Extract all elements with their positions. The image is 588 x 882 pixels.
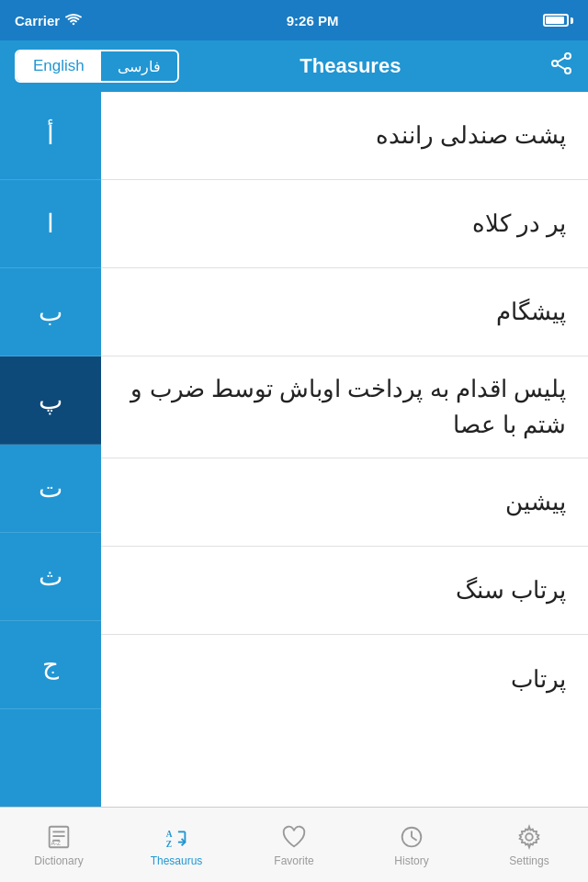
share-button[interactable]	[549, 51, 573, 81]
tab-settings-label: Settings	[509, 854, 548, 867]
main-content: أابپتثج پشت صندلی رانندهپر در کلاهپیشگام…	[0, 92, 588, 807]
tab-dictionary-label: Dictionary	[34, 854, 83, 867]
sidebar-letter-3[interactable]: پ	[0, 356, 101, 445]
history-icon	[398, 823, 425, 851]
settings-icon	[515, 823, 543, 851]
sidebar-letter-2[interactable]: ب	[0, 268, 101, 356]
word-item-5[interactable]: پرتاب سنگ	[101, 547, 588, 635]
tab-bar: A-Z Dictionary A Z Thesaurus Favorite Hi…	[0, 807, 588, 882]
word-text-5: پرتاب سنگ	[456, 572, 566, 608]
tab-settings[interactable]: Settings	[470, 808, 588, 882]
app-title: Theasures	[163, 54, 538, 78]
favorite-icon	[280, 823, 308, 851]
word-item-2[interactable]: پیشگام	[101, 268, 588, 356]
word-item-1[interactable]: پر در کلاه	[101, 180, 588, 268]
time-label: 9:26 PM	[287, 13, 339, 28]
svg-point-1	[565, 68, 571, 74]
tab-dictionary[interactable]: A-Z Dictionary	[0, 808, 118, 882]
sidebar-letter-4[interactable]: ت	[0, 445, 101, 533]
svg-line-4	[558, 65, 565, 70]
tab-favorite-label: Favorite	[274, 854, 313, 867]
word-item-3[interactable]: پلیس اقدام به پرداخت اوباش توسط ضرب و شت…	[101, 356, 588, 458]
carrier-wifi: Carrier	[15, 13, 82, 28]
tab-thesaurus[interactable]: A Z Thesaurus	[118, 808, 235, 882]
word-list: پشت صندلی رانندهپر در کلاهپیشگامپلیس اقد…	[101, 92, 588, 807]
language-toggle[interactable]: English فارسی	[15, 50, 179, 83]
english-lang-button[interactable]: English	[17, 51, 101, 81]
word-item-6[interactable]: پرتاب	[101, 635, 588, 723]
svg-point-2	[552, 61, 558, 66]
sidebar-letter-1[interactable]: ا	[0, 180, 101, 268]
svg-text:A: A	[166, 830, 173, 839]
svg-text:Z: Z	[166, 840, 172, 849]
sidebar-letter-6[interactable]: ج	[0, 621, 101, 709]
word-text-0: پشت صندلی راننده	[376, 118, 566, 153]
carrier-label: Carrier	[15, 13, 60, 28]
word-text-3: پلیس اقدام به پرداخت اوباش توسط ضرب و شت…	[123, 371, 566, 443]
header: English فارسی Theasures	[0, 40, 588, 92]
thesaurus-icon: A Z	[163, 823, 190, 851]
word-item-4[interactable]: پیشین	[101, 458, 588, 547]
battery-icon	[543, 14, 573, 27]
svg-point-0	[565, 53, 571, 59]
word-text-2: پیشگام	[496, 294, 566, 330]
dictionary-icon: A-Z	[45, 823, 73, 851]
sidebar-letter-5[interactable]: ث	[0, 533, 101, 621]
svg-line-3	[558, 58, 565, 62]
svg-point-18	[526, 833, 533, 841]
word-text-4: پیشین	[505, 484, 566, 520]
wifi-icon	[65, 14, 82, 27]
word-item-0[interactable]: پشت صندلی راننده	[101, 92, 588, 180]
status-bar: Carrier 9:26 PM	[0, 0, 588, 40]
word-text-6: پرتاب	[511, 662, 566, 697]
share-icon	[549, 51, 573, 75]
tab-favorite[interactable]: Favorite	[235, 808, 353, 882]
svg-text:A-Z: A-Z	[51, 840, 62, 846]
sidebar-letter-0[interactable]: أ	[0, 92, 101, 180]
tab-history-label: History	[394, 854, 428, 867]
tab-thesaurus-label: Thesaurus	[151, 854, 203, 867]
tab-history[interactable]: History	[353, 808, 470, 882]
alphabet-sidebar: أابپتثج	[0, 92, 101, 807]
word-text-1: پر در کلاه	[472, 206, 566, 242]
svg-line-17	[412, 837, 417, 841]
